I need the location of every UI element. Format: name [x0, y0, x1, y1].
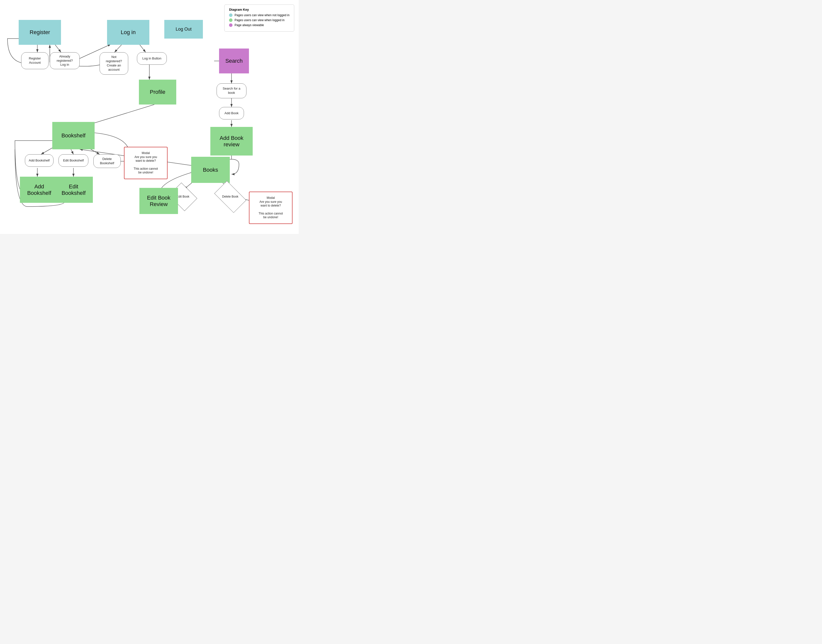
- edit-book-diamond-label: Edit Book: [177, 195, 189, 199]
- legend-label-teal: Pages users can view when not logged in: [235, 14, 289, 17]
- legend-label-purple: Page always viewable: [235, 23, 264, 27]
- bookshelf-label: Bookshelf: [61, 132, 86, 139]
- node-search: Search: [219, 49, 249, 74]
- node-profile: Profile: [139, 80, 176, 104]
- node-edit-bookshelf-green: EditBookshelf: [54, 177, 93, 203]
- modal-delete-book-label: ModalAre you sure youwant to delete?This…: [259, 196, 283, 219]
- not-registered-label: Notregistered?Create anaccount: [106, 55, 122, 72]
- add-book-review-label: Add Bookreview: [220, 135, 243, 148]
- edit-bookshelf-rounded-label: Edit Bookshelf: [63, 158, 84, 163]
- edit-book-review-label: Edit BookReview: [147, 195, 170, 207]
- add-bookshelf-rounded-label: Add Bookshelf: [29, 158, 50, 163]
- node-not-registered: Notregistered?Create anaccount: [100, 52, 128, 75]
- legend-dot-teal: [229, 14, 232, 17]
- legend-dot-green: [229, 18, 232, 22]
- legend-item-green: Pages users can view when logged in: [229, 18, 289, 22]
- modal-delete-bookshelf-label: ModalAre you sure youwant to delete?This…: [134, 151, 158, 175]
- node-modal-delete-bookshelf: ModalAre you sure youwant to delete?This…: [124, 147, 167, 179]
- login-label: Log in: [121, 29, 136, 35]
- register-label: Register: [30, 29, 50, 35]
- node-register-account: RegisterAccount: [21, 52, 49, 69]
- node-already-registered: Alreadyregistered?Log in: [50, 52, 80, 69]
- node-search-for-book: Search for abook: [217, 83, 246, 98]
- legend: Diagram Key Pages users can view when no…: [224, 5, 294, 32]
- register-account-label: RegisterAccount: [29, 57, 41, 65]
- search-for-book-label: Search for abook: [223, 87, 240, 95]
- logout-label: Log Out: [175, 27, 191, 32]
- legend-item-purple: Page always viewable: [229, 23, 289, 27]
- node-login: Log in: [107, 20, 149, 45]
- diagram-container: Diagram Key Pages users can view when no…: [0, 0, 299, 234]
- node-login-button: Log in Button: [137, 52, 167, 65]
- node-modal-delete-book: ModalAre you sure youwant to delete?This…: [249, 192, 292, 224]
- login-button-label: Log in Button: [142, 57, 161, 61]
- edit-bookshelf-green-label: EditBookshelf: [61, 183, 86, 196]
- node-add-bookshelf-green: AddBookshelf: [20, 177, 58, 203]
- legend-item-teal: Pages users can view when not logged in: [229, 14, 289, 17]
- already-registered-label: Alreadyregistered?Log in: [57, 55, 73, 67]
- books-label: Books: [203, 167, 218, 173]
- node-edit-bookshelf-rounded: Edit Bookshelf: [58, 154, 88, 167]
- add-bookshelf-green-label: AddBookshelf: [27, 183, 51, 196]
- legend-label-green: Pages users can view when logged in: [235, 18, 284, 22]
- node-delete-book-diamond: Delete Book: [214, 181, 246, 213]
- node-logout: Log Out: [164, 20, 203, 38]
- node-delete-bookshelf-rounded: DeleteBookshelf: [93, 154, 121, 168]
- legend-dot-purple: [229, 23, 232, 27]
- delete-bookshelf-rounded-label: DeleteBookshelf: [100, 157, 114, 166]
- add-book-label: Add Book: [224, 111, 238, 115]
- profile-label: Profile: [150, 89, 165, 95]
- node-add-book-review: Add Bookreview: [210, 127, 253, 155]
- node-add-book: Add Book: [219, 107, 244, 120]
- node-add-bookshelf-rounded: Add Bookshelf: [25, 154, 54, 167]
- delete-book-diamond-label: Delete Book: [222, 195, 238, 199]
- node-register: Register: [18, 20, 61, 45]
- legend-title: Diagram Key: [229, 8, 289, 11]
- node-books: Books: [191, 157, 230, 183]
- search-label: Search: [225, 58, 243, 64]
- node-edit-book-review: Edit BookReview: [140, 188, 178, 214]
- node-bookshelf: Bookshelf: [52, 122, 95, 149]
